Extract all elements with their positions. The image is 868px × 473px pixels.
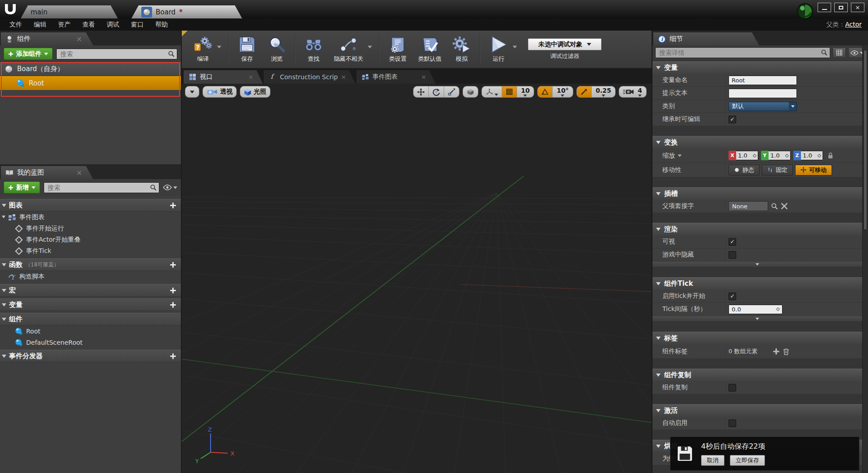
spinner-icon[interactable] xyxy=(785,153,789,157)
construction-script-item[interactable]: f构造脚本 xyxy=(0,271,181,282)
add-icon[interactable] xyxy=(170,261,176,268)
axis-x-field[interactable]: 1.0 xyxy=(736,151,758,160)
section-header[interactable]: 组件Tick xyxy=(652,277,862,290)
spinner-icon[interactable] xyxy=(776,307,780,311)
menu-asset[interactable]: 资产 xyxy=(52,21,76,29)
save-button[interactable]: 保存 xyxy=(232,34,262,65)
advanced-expander[interactable] xyxy=(652,316,862,322)
find-button[interactable]: 查找 xyxy=(299,34,328,65)
dropdown[interactable]: 默认 xyxy=(729,102,797,111)
variables-section[interactable]: 变量 xyxy=(0,298,181,311)
checkbox[interactable] xyxy=(729,251,736,259)
socket-none-field[interactable]: None xyxy=(729,201,768,211)
class-settings-button[interactable]: 类设置 xyxy=(383,34,413,65)
minimize-button[interactable] xyxy=(818,3,831,12)
text-field[interactable]: Root xyxy=(729,76,797,85)
debug-object-dropdown[interactable]: 未选中调试对象 xyxy=(528,38,602,50)
menu-help[interactable]: 帮助 xyxy=(149,21,174,29)
add-icon[interactable] xyxy=(170,287,176,294)
tab-event-graph[interactable]: 事件图表 xyxy=(356,70,436,84)
menu-file[interactable]: 文件 xyxy=(4,21,28,29)
section-header[interactable]: 插槽 xyxy=(652,187,862,200)
my-blueprint-search-input[interactable] xyxy=(44,182,159,193)
menu-window[interactable]: 窗口 xyxy=(125,21,149,29)
menu-view[interactable]: 查看 xyxy=(76,21,101,29)
tab-close-icon[interactable] xyxy=(77,171,81,175)
translate-tool-button[interactable] xyxy=(414,86,428,97)
add-element-icon[interactable] xyxy=(773,348,780,355)
scrollbar-thumb[interactable] xyxy=(864,50,867,230)
tab-details[interactable]: i 细节 xyxy=(653,32,759,45)
delete-elements-icon[interactable] xyxy=(783,348,790,355)
add-icon[interactable] xyxy=(170,302,176,308)
section-header[interactable]: 激活 xyxy=(652,404,862,417)
play-button[interactable]: 运行 xyxy=(484,34,521,65)
mobility-movable-button[interactable]: 可移动 xyxy=(795,165,832,176)
angle-snap-value-button[interactable]: 10° xyxy=(552,86,572,97)
camera-speed-value-button[interactable]: 4 xyxy=(638,86,646,97)
tab-construction-script[interactable]: fConstruction Scrip xyxy=(264,70,355,84)
viewport-options-button[interactable] xyxy=(185,86,199,98)
view-options-button[interactable] xyxy=(163,185,177,190)
search-icon[interactable] xyxy=(771,203,778,210)
add-component-button[interactable]: 添加组件 xyxy=(4,48,53,60)
angle-snap-toggle[interactable] xyxy=(538,86,552,97)
cancel-button[interactable]: 取消 xyxy=(701,455,724,466)
clear-icon[interactable] xyxy=(781,203,788,210)
coordinate-space-button[interactable] xyxy=(463,86,478,98)
components-section[interactable]: 组件 xyxy=(0,313,181,325)
section-header[interactable]: 变量 xyxy=(652,61,862,74)
compile-button[interactable]: ?编译 xyxy=(188,34,225,65)
section-header[interactable]: 渲染 xyxy=(652,223,862,235)
class-defaults-button[interactable]: 类默认值 xyxy=(413,34,447,65)
dropdown-caret[interactable] xyxy=(789,102,796,111)
close-icon[interactable] xyxy=(342,75,346,79)
event-graph-item[interactable]: 事件图表 xyxy=(0,212,181,223)
spinner-icon[interactable] xyxy=(753,153,756,157)
close-icon[interactable] xyxy=(422,75,426,79)
chevron-down-icon[interactable] xyxy=(368,45,372,49)
event-actorbeginoverlap-item[interactable]: 事件Actor开始重叠 xyxy=(0,234,181,245)
browse-button[interactable]: 浏览 xyxy=(262,34,292,65)
macros-section[interactable]: 宏 xyxy=(0,284,181,297)
checkbox[interactable] xyxy=(729,419,736,427)
hide-unrelated-button[interactable]: 隐藏不相关 xyxy=(328,34,376,65)
details-scrollbar[interactable] xyxy=(862,45,868,473)
chevron-down-icon[interactable] xyxy=(513,45,517,49)
save-now-button[interactable]: 立即保存 xyxy=(730,455,765,466)
add-new-button[interactable]: 新增 xyxy=(4,181,40,194)
tab-components[interactable]: 组件 xyxy=(1,32,93,45)
text-field[interactable] xyxy=(729,89,797,98)
checkbox[interactable] xyxy=(729,238,736,246)
rotate-tool-button[interactable] xyxy=(428,86,444,97)
perspective-button[interactable]: 透视 xyxy=(202,86,237,98)
spinner-icon[interactable] xyxy=(818,153,821,157)
lock-icon[interactable] xyxy=(828,152,833,159)
grid-snap-value-button[interactable]: 10 xyxy=(517,86,534,97)
mobility-static-button[interactable]: 静态 xyxy=(729,165,760,176)
surface-snap-button[interactable] xyxy=(482,86,502,97)
event-dispatchers-section[interactable]: 事件分发器 xyxy=(0,350,181,362)
tab-close-icon[interactable] xyxy=(77,37,81,41)
checkbox[interactable] xyxy=(729,293,736,300)
menu-edit[interactable]: 编辑 xyxy=(28,21,52,29)
tab-my-blueprint[interactable]: 我的蓝图 xyxy=(1,166,93,179)
camera-speed-button[interactable] xyxy=(619,86,638,97)
maximize-button[interactable] xyxy=(834,3,848,12)
scale-snap-value-button[interactable]: 0.25 xyxy=(591,86,616,97)
close-button[interactable]: × xyxy=(851,3,864,12)
grid-snap-toggle[interactable] xyxy=(502,86,517,97)
defaultsceneroot-component-item[interactable]: DefaultSceneRoot xyxy=(0,337,181,348)
asset-tab-main[interactable]: main xyxy=(21,5,118,18)
chevron-down-icon[interactable] xyxy=(217,45,221,49)
marketplace-sphere-icon[interactable] xyxy=(796,3,814,20)
tab-viewport[interactable]: 视口 xyxy=(184,70,263,84)
asset-tab-board[interactable]: Board * xyxy=(131,5,242,18)
advanced-expander[interactable] xyxy=(652,261,862,267)
details-search-input[interactable] xyxy=(655,47,830,58)
add-icon[interactable] xyxy=(170,353,176,360)
menu-debug[interactable]: 调试 xyxy=(101,21,125,29)
add-icon[interactable] xyxy=(170,202,176,209)
number-field[interactable]: 0.0 xyxy=(729,305,783,314)
components-search-input[interactable] xyxy=(56,49,177,59)
